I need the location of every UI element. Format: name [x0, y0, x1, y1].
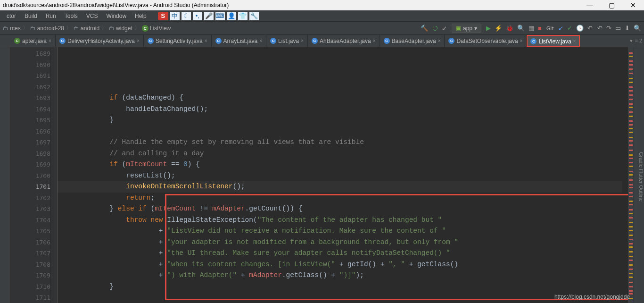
editor-tab[interactable]: CDataSetObservable.java×: [445, 35, 527, 47]
minimize-button[interactable]: —: [579, 0, 601, 10]
ime-icon-7[interactable]: 🔧: [249, 12, 259, 20]
profile-icon[interactable]: 🔍: [517, 25, 525, 32]
tabs-overflow[interactable]: ≡ 2: [635, 38, 642, 44]
error-mark[interactable]: [629, 132, 633, 133]
error-mark[interactable]: [629, 192, 633, 194]
run-icon[interactable]: ▶: [486, 25, 491, 32]
tab-close-icon[interactable]: ×: [373, 38, 376, 43]
editor-tab[interactable]: CBaseAdapter.java×: [380, 35, 445, 47]
menu-window[interactable]: Window: [102, 12, 130, 20]
error-mark[interactable]: [629, 269, 633, 270]
error-mark[interactable]: [629, 56, 633, 57]
error-mark[interactable]: [629, 162, 633, 163]
error-mark[interactable]: [629, 187, 633, 188]
stop-icon[interactable]: ■: [538, 25, 542, 32]
tab-close-icon[interactable]: ×: [520, 38, 523, 43]
error-mark[interactable]: [629, 282, 633, 283]
error-mark[interactable]: [629, 226, 633, 227]
error-mark[interactable]: [629, 166, 633, 167]
menu-build[interactable]: Build: [21, 12, 41, 20]
error-mark[interactable]: [629, 243, 633, 244]
error-mark[interactable]: [629, 204, 633, 205]
sync-icon[interactable]: ⭯: [432, 25, 438, 32]
right-tool-rail[interactable]: Gradle Flutter Outline: [634, 47, 644, 303]
error-mark[interactable]: [629, 64, 633, 66]
editor-tab[interactable]: CListView.java×: [527, 35, 580, 47]
error-mark[interactable]: [629, 86, 633, 88]
error-mark[interactable]: [629, 196, 633, 197]
error-mark[interactable]: [629, 217, 633, 219]
error-mark[interactable]: [629, 179, 633, 181]
error-mark[interactable]: [629, 137, 633, 138]
breadcrumb-item[interactable]: 🗀android: [74, 25, 99, 32]
breadcrumb-item[interactable]: 🗀android-28: [30, 25, 64, 32]
tab-close-icon[interactable]: ×: [301, 38, 304, 43]
error-mark[interactable]: [629, 73, 633, 74]
menu-tools[interactable]: Tools: [61, 12, 82, 20]
error-mark[interactable]: [629, 154, 633, 156]
error-mark[interactable]: [629, 256, 633, 257]
git-revert-icon[interactable]: ↶: [587, 25, 593, 32]
editor-tab[interactable]: Capter.java×: [10, 35, 56, 47]
error-mark[interactable]: [629, 230, 633, 231]
error-mark[interactable]: [629, 277, 633, 278]
error-mark[interactable]: [629, 209, 633, 210]
breadcrumb-item[interactable]: CListView: [142, 25, 171, 32]
menu-ctor[interactable]: ctor: [3, 12, 20, 20]
ime-icon-4[interactable]: ⌨: [215, 12, 225, 20]
close-button[interactable]: ✕: [622, 0, 644, 10]
error-mark[interactable]: [629, 171, 633, 172]
breadcrumb-item[interactable]: 🗀widget: [109, 25, 132, 32]
error-mark[interactable]: [629, 251, 633, 252]
tab-close-icon[interactable]: ×: [205, 38, 207, 43]
ime-icon-0[interactable]: 中: [170, 12, 180, 20]
error-mark[interactable]: [629, 124, 633, 126]
tab-close-icon[interactable]: ×: [573, 39, 576, 44]
fold-gutter[interactable]: [51, 47, 58, 303]
avd-icon[interactable]: ▭: [615, 25, 621, 32]
forward-icon[interactable]: ↷: [606, 25, 611, 32]
editor-tab[interactable]: CAhBaseAdapter.java×: [308, 35, 380, 47]
error-mark[interactable]: [629, 116, 633, 117]
error-mark[interactable]: [629, 120, 633, 122]
ime-icon-3[interactable]: 🎤: [204, 12, 214, 20]
breadcrumb-item[interactable]: 🗀rces: [3, 25, 21, 32]
maximize-button[interactable]: ▢: [601, 0, 622, 10]
error-mark[interactable]: [629, 222, 633, 223]
left-tool-rail[interactable]: [0, 47, 10, 303]
ime-icon-2[interactable]: •,: [193, 12, 202, 20]
error-mark[interactable]: [629, 273, 633, 274]
error-mark[interactable]: [629, 68, 633, 70]
error-mark[interactable]: [629, 103, 633, 105]
debug-icon[interactable]: 🐞: [506, 25, 513, 32]
error-mark[interactable]: [629, 60, 633, 62]
apply-changes-icon[interactable]: ⚡: [495, 25, 502, 32]
error-mark[interactable]: [629, 78, 633, 79]
run-config-selector[interactable]: ▣ app ▾: [452, 24, 481, 33]
error-stripe[interactable]: [628, 47, 634, 303]
error-mark[interactable]: [629, 213, 633, 214]
ime-logo-icon[interactable]: S: [158, 12, 168, 20]
ime-icon-5[interactable]: 👤: [227, 12, 236, 20]
error-mark[interactable]: [629, 150, 633, 151]
attach-icon[interactable]: ▦: [528, 25, 534, 32]
sdk-icon[interactable]: ⬇: [625, 25, 630, 32]
error-mark[interactable]: [629, 90, 633, 92]
error-mark[interactable]: [629, 99, 633, 100]
error-mark[interactable]: [629, 52, 633, 54]
tab-close-icon[interactable]: ×: [137, 38, 140, 43]
editor-tab[interactable]: CSettingActivity.java×: [144, 35, 212, 47]
tab-close-icon[interactable]: ×: [49, 38, 51, 43]
search-icon[interactable]: 🔍: [634, 25, 641, 32]
ime-icon-6[interactable]: 👕: [238, 12, 248, 20]
error-mark[interactable]: [629, 264, 633, 266]
tabs-dropdown-icon[interactable]: ▾: [630, 38, 633, 44]
error-mark[interactable]: [629, 246, 633, 248]
error-mark[interactable]: [629, 94, 633, 96]
error-mark[interactable]: [629, 290, 633, 292]
error-mark[interactable]: [629, 128, 633, 129]
menu-run[interactable]: Run: [42, 12, 60, 20]
error-mark[interactable]: [629, 107, 633, 108]
error-mark[interactable]: [629, 111, 633, 113]
error-mark[interactable]: [629, 82, 633, 83]
